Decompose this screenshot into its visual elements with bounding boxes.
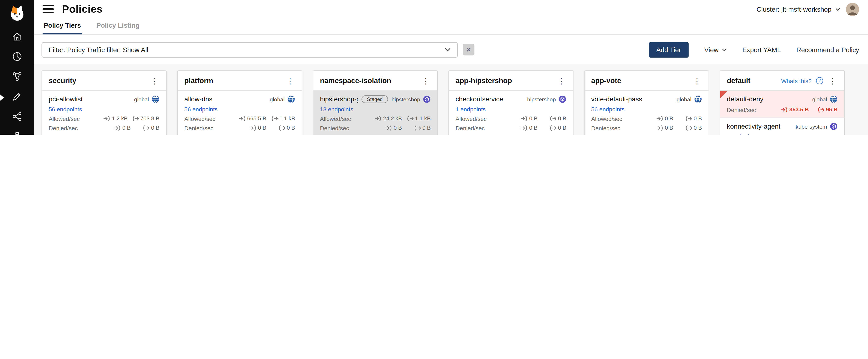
- stat-label: Denied/sec: [184, 125, 214, 131]
- whats-this-link[interactable]: Whats this?: [781, 77, 811, 84]
- policy-card[interactable]: allow-dnsglobal56 endpointsAllowed/sec66…: [178, 90, 302, 135]
- policy-card[interactable]: hipstershop-gh...Stagedhipstershop13 end…: [313, 90, 437, 135]
- tier-menu-button[interactable]: ⋮: [828, 77, 837, 85]
- egress-arrow-icon: [132, 115, 138, 121]
- stat-ingress: 665.5 B: [239, 115, 266, 121]
- stat-values: 0 B0 B: [104, 125, 159, 131]
- stat-values: 0 B0 B: [647, 125, 702, 131]
- egress-arrow-icon: [685, 125, 692, 131]
- stat-ingress: 24.2 kB: [375, 115, 402, 121]
- staged-badge: Staged: [362, 95, 389, 103]
- tier-menu-button[interactable]: ⋮: [421, 77, 431, 85]
- stat-egress: 0 B: [542, 125, 566, 131]
- policy-card[interactable]: vote-default-passglobal56 endpointsAllow…: [585, 90, 709, 135]
- endpoints-link[interactable]: 56 endpoints: [591, 106, 702, 113]
- scope-label: global: [677, 96, 691, 102]
- recommend-policy-button[interactable]: Recommend a Policy: [797, 46, 859, 53]
- tier-title: app-hipstershop: [456, 77, 512, 85]
- calico-logo[interactable]: [6, 2, 28, 25]
- scope-label: global: [134, 96, 149, 102]
- egress-value: 0 B: [151, 125, 159, 131]
- cluster-selector[interactable]: Cluster: jlt-msft-workshop: [756, 5, 840, 13]
- tier-cards: checkoutservicehipstershop1 endpointsAll…: [449, 90, 573, 135]
- ingress-value: 0 B: [529, 115, 537, 121]
- endpoints-link[interactable]: 1 endpoints: [456, 106, 566, 113]
- sidebar-item-policies[interactable]: [0, 88, 34, 108]
- export-yaml-button[interactable]: Export YAML: [742, 46, 781, 53]
- tier-header: platform⋮: [178, 71, 302, 90]
- globe-icon: [287, 95, 295, 103]
- view-button[interactable]: View: [704, 46, 727, 53]
- egress-arrow-icon: [550, 125, 556, 131]
- stat-row: Denied/sec0 B0 B: [456, 124, 566, 132]
- egress-value: 96 B: [826, 106, 837, 112]
- egress-arrow-icon: [414, 125, 421, 131]
- ingress-value: 0 B: [665, 125, 673, 131]
- stat-ingress: 0 B: [511, 115, 537, 121]
- endpoints-link[interactable]: 56 endpoints: [49, 106, 159, 113]
- egress-value: 0 B: [693, 115, 702, 121]
- sidebar-item-service-graph[interactable]: [0, 68, 34, 88]
- toolbar: Filter: Policy Traffic filter: Show All …: [34, 35, 868, 64]
- sidebar-item-home[interactable]: [0, 28, 34, 48]
- tier-header-actions: ⋮: [421, 77, 431, 85]
- egress-arrow-icon: [278, 125, 285, 131]
- stat-row: Denied/sec353.5 B96 B: [727, 106, 838, 113]
- egress-arrow-icon: [407, 115, 413, 121]
- endpoints-link[interactable]: 56 endpoints: [184, 106, 295, 113]
- sidebar-item-nodes[interactable]: [0, 128, 34, 135]
- namespace-icon: [423, 95, 431, 103]
- policy-card[interactable]: default-denyglobalDenied/sec353.5 B96 B: [720, 90, 844, 118]
- stat-row: Allowed/sec665.5 B1.1 kB: [184, 115, 295, 122]
- alert-corner-icon: [720, 91, 727, 98]
- stat-label: Denied/sec: [320, 125, 349, 131]
- tab-policy-tiers[interactable]: Policy Tiers: [42, 18, 82, 34]
- cluster-label: Cluster: jlt-msft-workshop: [756, 5, 832, 13]
- home-icon: [11, 31, 22, 44]
- ingress-value: 0 B: [529, 125, 537, 131]
- endpoints-link[interactable]: 2 endpoints: [727, 133, 838, 135]
- tier-menu-button[interactable]: ⋮: [285, 77, 295, 85]
- tier-column-app-vote: app-vote⋮vote-default-passglobal56 endpo…: [584, 71, 709, 135]
- tier-menu-button[interactable]: ⋮: [149, 77, 159, 85]
- scope-label: kube-system: [796, 123, 827, 130]
- user-avatar[interactable]: [846, 2, 859, 16]
- menu-icon[interactable]: [42, 5, 54, 13]
- policy-filter-select[interactable]: Filter: Policy Traffic filter: Show All: [41, 42, 458, 57]
- policy-name: default-deny: [727, 95, 764, 103]
- tier-header: defaultWhats this??⋮: [720, 71, 844, 90]
- ingress-value: 0 B: [665, 115, 673, 121]
- stat-row: Allowed/sec0 B0 B: [591, 115, 702, 122]
- policy-card[interactable]: checkoutservicehipstershop1 endpointsAll…: [449, 90, 573, 135]
- policy-scope: global: [134, 95, 159, 103]
- stat-egress: 1.1 kB: [406, 115, 431, 121]
- page-title: Policies: [62, 3, 103, 16]
- service-graph-icon: [11, 71, 22, 84]
- sidebar-item-dashboard[interactable]: [0, 48, 34, 67]
- info-icon: ?: [816, 77, 823, 84]
- policy-board: security⋮pci-allowlistglobal56 endpoints…: [34, 64, 868, 135]
- tier-cards: vote-default-passglobal56 endpointsAllow…: [585, 90, 709, 135]
- ingress-value: 353.5 B: [789, 106, 809, 112]
- tier-menu-button[interactable]: ⋮: [556, 77, 566, 85]
- policy-name-row: vote-default-passglobal: [591, 95, 702, 104]
- tier-column-app-hipstershop: app-hipstershop⋮checkoutservicehipstersh…: [448, 71, 574, 135]
- policy-card[interactable]: konnectivity-agentkube-system2 endpoints…: [720, 118, 844, 135]
- tab-policy-listing[interactable]: Policy Listing: [95, 18, 141, 34]
- egress-arrow-icon: [550, 115, 556, 121]
- policy-name: vote-default-pass: [591, 95, 642, 103]
- tier-menu-button[interactable]: ⋮: [692, 77, 702, 85]
- clear-filter-button[interactable]: ×: [463, 44, 474, 55]
- add-tier-button[interactable]: Add Tier: [649, 42, 689, 57]
- endpoints-link[interactable]: 13 endpoints: [320, 106, 431, 113]
- sidebar-item-network[interactable]: [0, 108, 34, 128]
- policy-card[interactable]: pci-allowlistglobal56 endpointsAllowed/s…: [42, 90, 166, 135]
- dashboard-icon: [11, 51, 22, 64]
- policy-name-row: hipstershop-gh...Stagedhipstershop: [320, 95, 431, 104]
- egress-value: 1.1 kB: [279, 115, 295, 121]
- stat-ingress: 0 B: [240, 125, 266, 131]
- stat-label: Allowed/sec: [456, 115, 487, 122]
- stat-row: Denied/sec0 B0 B: [184, 124, 295, 132]
- stat-row: Allowed/sec1.2 kB703.8 B: [49, 115, 159, 122]
- stat-egress: 0 B: [406, 125, 431, 131]
